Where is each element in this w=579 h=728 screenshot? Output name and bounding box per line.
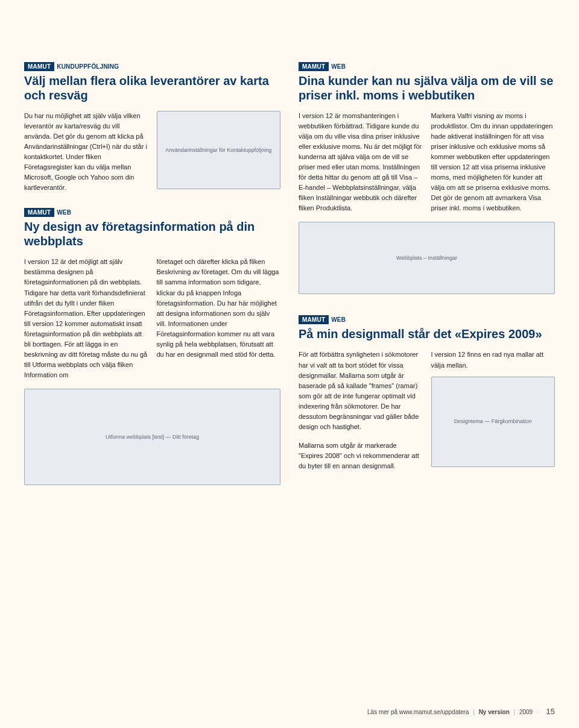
tag-brand: MAMUT [24, 208, 54, 217]
body-design-col1: I version 12 är det möjligt att själv be… [24, 257, 148, 380]
page-footer: Läs mer på www.mamut.se/uppdatera | Ny v… [367, 707, 555, 716]
title-leverantorer: Välj mellan flera olika leverantörer av … [24, 74, 280, 102]
footer-mid: Ny version [479, 709, 510, 715]
article-expires: MAMUTWEB På min designmall står det «Exp… [299, 313, 555, 476]
tag-brand: MAMUT [299, 315, 329, 324]
right-column: MAMUTWEB Dina kunder kan nu själva välja… [299, 60, 555, 504]
article-moms: MAMUTWEB Dina kunder kan nu själva välja… [299, 60, 555, 300]
tag-kunduppfoljning: MAMUTKUNDUPPFÖLJNING [24, 63, 119, 70]
tag-sub: KUNDUPPFÖLJNING [57, 62, 119, 71]
tag-sub: WEB [331, 62, 346, 71]
body-moms-col1: I version 12 är momshanteringen i webbut… [299, 111, 423, 213]
body-expires-col1a: För att förbättra synligheten i sökmotor… [299, 350, 423, 431]
tag-brand: MAMUT [299, 62, 329, 71]
footer-url: Läs mer på www.mamut.se/uppdatera [367, 709, 469, 715]
tag-sub: WEB [57, 208, 71, 217]
screenshot-anvandarinstallningar: Användarinställningar för Kontaktuppfölj… [157, 111, 281, 189]
tag-web-r1: MAMUTWEB [299, 63, 346, 70]
screenshot-webbplats-installningar: Webbplats – Inställningar [299, 222, 555, 294]
page-number: 15 [546, 707, 555, 716]
body-expires-col1b: Mallarna som utgår är markerade "Expires… [299, 441, 423, 471]
body-moms-col2: Markera Valfri visning av moms i produkt… [431, 111, 555, 213]
tag-sub: WEB [331, 315, 346, 324]
title-design-foretag: Ny design av företagsinformation på din … [24, 219, 280, 248]
tag-web-left: MAMUTWEB [24, 209, 71, 216]
screenshot-designtema: Designtema — Färgkombination [431, 377, 555, 467]
left-column: MAMUTKUNDUPPFÖLJNING Välj mellan flera o… [24, 60, 280, 504]
tag-web-r2: MAMUTWEB [299, 316, 346, 323]
body-design-col2: företaget och därefter klicka på fliken … [157, 257, 281, 380]
article-design-foretag: MAMUTWEB Ny design av företagsinformatio… [24, 206, 280, 491]
title-expires: På min designmall står det «Expires 2009… [299, 327, 555, 341]
title-moms: Dina kunder kan nu själva välja om de vi… [299, 74, 555, 102]
footer-year: 2009 [519, 709, 533, 715]
article-leverantorer: MAMUTKUNDUPPFÖLJNING Välj mellan flera o… [24, 60, 280, 193]
body-expires-col2: I version 12 finns en rad nya mallar att… [431, 350, 555, 370]
tag-brand: MAMUT [24, 62, 54, 71]
body-leverantorer: Du har nu möjlighet att själv välja vilk… [24, 111, 148, 193]
screenshot-utforma-webbplats: Utforma webbplats [test] — Ditt företag [24, 389, 280, 485]
